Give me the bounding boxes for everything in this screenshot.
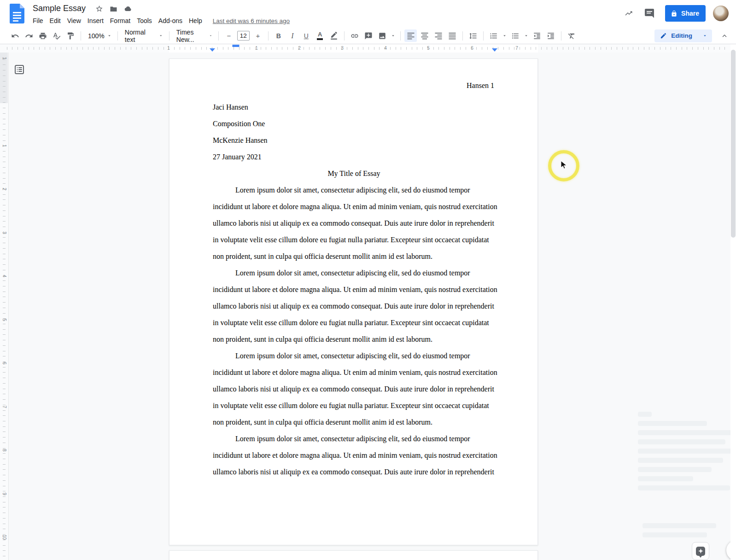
page-1[interactable]: Hansen 1 Jaci HansenComposition OneMcKen… [169, 58, 538, 545]
increase-indent-button[interactable] [544, 29, 557, 42]
insert-image-button[interactable] [376, 29, 388, 42]
numbered-list-button[interactable] [487, 29, 500, 42]
document-line[interactable]: in voluptate velit esse cillum dolore eu… [213, 232, 495, 248]
menu-help[interactable]: Help [186, 16, 205, 26]
document-canvas: 112345678910 Hansen 1 Jaci HansenComposi… [0, 52, 736, 560]
menu-tools[interactable]: Tools [134, 16, 155, 26]
document-line[interactable]: non proident, sunt in culpa qui officia … [213, 414, 495, 431]
document-line[interactable]: incididunt ut labore et dolore magna ali… [213, 281, 495, 298]
document-line[interactable]: non proident, sunt in culpa qui officia … [213, 248, 495, 265]
document-line[interactable]: ullamco laboris nisi ut aliquip ex ea co… [213, 298, 495, 315]
zoom-select[interactable]: 100% [84, 30, 114, 42]
menu-addons[interactable]: Add-ons [155, 16, 186, 26]
highlight-color-button[interactable] [327, 29, 340, 42]
hruler-label: 1 [254, 46, 259, 51]
document-line[interactable]: McKenzie Hansen [213, 132, 495, 149]
align-center-button[interactable] [418, 29, 431, 42]
insights-icon[interactable] [625, 9, 633, 18]
document-line[interactable]: incididunt ut labore et dolore magna ali… [213, 447, 495, 464]
last-edit-link[interactable]: Last edit was 6 minutes ago [213, 18, 290, 24]
italic-button[interactable]: I [286, 29, 298, 42]
document-body[interactable]: Jaci HansenComposition OneMcKenzie Hanse… [213, 99, 495, 480]
document-line[interactable]: ullamco laboris nisi ut aliquip ex ea co… [213, 464, 495, 480]
paragraph-style-select[interactable]: Normal text [121, 30, 166, 42]
chevron-down-icon [158, 33, 164, 38]
align-left-button[interactable] [404, 29, 417, 42]
document-line[interactable]: ullamco laboris nisi ut aliquip ex ea co… [213, 215, 495, 232]
bold-button[interactable]: B [272, 29, 285, 42]
hruler-label: 3 [339, 46, 345, 51]
font-size-input[interactable]: 12 [237, 31, 250, 41]
menu-file[interactable]: File [29, 16, 47, 26]
first-line-indent-marker[interactable] [233, 45, 239, 47]
text-color-icon: A [317, 31, 323, 40]
document-line[interactable]: in voluptate velit esse cillum dolore eu… [213, 397, 495, 414]
redo-button[interactable] [23, 29, 35, 42]
scrollbar-thumb[interactable] [731, 50, 736, 238]
hide-menus-button[interactable] [718, 30, 730, 42]
menu-view[interactable]: View [64, 16, 84, 26]
paragraph-style-value: Normal text [125, 29, 156, 43]
editing-mode-button[interactable]: Editing [654, 29, 712, 42]
document-line[interactable]: in voluptate velit esse cillum dolore eu… [213, 315, 495, 331]
document-line[interactable]: Lorem ipsum dolor sit amet, consectetur … [213, 348, 495, 364]
undo-button[interactable] [9, 29, 22, 42]
explore-icon [696, 547, 705, 556]
menubar: FileEditViewInsertFormatToolsAdd-onsHelp… [29, 15, 290, 27]
decrease-indent-button[interactable] [531, 29, 543, 42]
document-line[interactable]: Jaci Hansen [213, 99, 495, 116]
document-line[interactable]: incididunt ut labore et dolore magna ali… [213, 364, 495, 381]
page-header-text[interactable]: Hansen 1 [467, 77, 494, 94]
print-button[interactable] [37, 29, 49, 42]
document-title[interactable]: Sample Essay [33, 4, 86, 13]
numbered-list-dropdown[interactable] [501, 29, 508, 42]
share-button[interactable]: Share [665, 5, 706, 22]
horizontal-ruler[interactable]: 11234567 [0, 44, 736, 52]
account-avatar[interactable] [713, 6, 729, 21]
bulleted-list-button[interactable] [509, 29, 521, 42]
line-spacing-button[interactable] [467, 29, 479, 42]
page-2[interactable] [169, 550, 538, 560]
right-indent-marker[interactable] [492, 48, 497, 52]
menu-insert[interactable]: Insert [84, 16, 107, 26]
left-indent-marker[interactable] [210, 48, 215, 52]
spell-check-button[interactable] [51, 29, 63, 42]
vruler-label: 2 [2, 187, 7, 192]
scrollbar-track[interactable] [730, 44, 736, 560]
document-line[interactable]: Composition One [213, 116, 495, 132]
vertical-ruler[interactable]: 112345678910 [0, 52, 9, 560]
zoom-value: 100% [88, 32, 105, 40]
insert-image-dropdown[interactable] [390, 29, 396, 42]
font-family-select[interactable]: Times New... [173, 30, 215, 42]
document-title-line[interactable]: My Title of Essay [213, 165, 495, 182]
document-line[interactable]: Lorem ipsum dolor sit amet, consectetur … [213, 265, 495, 281]
paint-format-button[interactable] [64, 29, 77, 42]
cloud-saved-icon[interactable] [124, 5, 132, 12]
document-line[interactable]: 27 January 2021 [213, 149, 495, 165]
insert-link-button[interactable] [348, 29, 361, 42]
increase-font-size-button[interactable]: + [251, 29, 264, 42]
document-line[interactable]: incididunt ut labore et dolore magna ali… [213, 198, 495, 215]
document-line[interactable]: Lorem ipsum dolor sit amet, consectetur … [213, 182, 495, 198]
document-line[interactable]: ullamco laboris nisi ut aliquip ex ea co… [213, 381, 495, 397]
move-to-folder-icon[interactable] [110, 5, 117, 12]
document-line[interactable]: Lorem ipsum dolor sit amet, consectetur … [213, 431, 495, 447]
explore-button[interactable] [692, 542, 709, 560]
show-document-outline-button[interactable] [14, 64, 25, 75]
lock-icon [671, 10, 678, 17]
text-color-button[interactable]: A [314, 29, 326, 42]
star-icon[interactable] [95, 5, 103, 12]
menu-edit[interactable]: Edit [47, 16, 64, 26]
align-right-button[interactable] [432, 29, 444, 42]
menu-format[interactable]: Format [107, 16, 134, 26]
add-comment-button[interactable] [362, 29, 374, 42]
decrease-font-size-button[interactable]: − [222, 29, 235, 42]
google-docs-logo[interactable] [10, 4, 24, 23]
justify-button[interactable] [446, 29, 458, 42]
clear-formatting-button[interactable] [565, 29, 578, 42]
comments-icon[interactable] [644, 8, 655, 19]
titlebar: Sample Essay FileEditViewInsertFormatToo… [0, 0, 736, 28]
bulleted-list-dropdown[interactable] [523, 29, 529, 42]
document-line[interactable]: non proident, sunt in culpa qui officia … [213, 331, 495, 348]
underline-button[interactable]: U [300, 29, 312, 42]
